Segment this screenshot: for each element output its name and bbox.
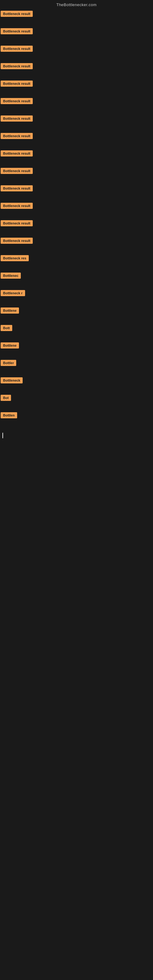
bottleneck-badge[interactable]: Bottleneck result — [1, 133, 33, 139]
bottleneck-row-5[interactable]: Bottleneck result — [0, 78, 153, 95]
bottleneck-row-7[interactable]: Bottleneck result — [0, 113, 153, 130]
bottleneck-row-13[interactable]: Bottleneck result — [0, 218, 153, 235]
bottleneck-row-2[interactable]: Bottleneck result — [0, 26, 153, 43]
bottleneck-row-23[interactable]: Bot — [0, 392, 153, 409]
bottleneck-badge[interactable]: Bottlene — [1, 307, 19, 313]
bottleneck-row-8[interactable]: Bottleneck result — [0, 130, 153, 147]
bottleneck-badge[interactable]: Bottleneck result — [1, 168, 33, 174]
bottleneck-badge[interactable]: Bottleneck r — [1, 290, 25, 296]
bottleneck-badge[interactable]: Bottlen — [1, 412, 17, 418]
bottleneck-row-19[interactable]: Bott — [0, 323, 153, 339]
bottleneck-badge[interactable]: Bottleneck result — [1, 11, 33, 17]
bottleneck-row-18[interactable]: Bottlene — [0, 305, 153, 322]
bottleneck-badge[interactable]: Bottleneck result — [1, 46, 33, 52]
text-cursor — [2, 433, 3, 438]
site-title: TheBottlenecker.com — [0, 0, 153, 8]
bottleneck-row-17[interactable]: Bottleneck r — [0, 288, 153, 304]
bottleneck-row-24[interactable]: Bottlen — [0, 410, 153, 426]
bottleneck-badge[interactable]: Bottleneck result — [1, 63, 33, 69]
bottleneck-badge[interactable]: Bottleneck result — [1, 28, 33, 34]
bottleneck-badge[interactable]: Bott — [1, 325, 12, 331]
bottleneck-badge[interactable]: Bottleneck result — [1, 203, 33, 209]
bottleneck-badge[interactable]: Bottleneck result — [1, 220, 33, 226]
bottleneck-row-1[interactable]: Bottleneck result — [0, 8, 153, 25]
bottleneck-badge[interactable]: Bottleneck result — [1, 238, 33, 244]
bottleneck-row-15[interactable]: Bottleneck res — [0, 253, 153, 269]
bottleneck-badge[interactable]: Bot — [1, 395, 11, 401]
bottleneck-row-22[interactable]: Bottleneck — [0, 375, 153, 392]
bottleneck-row-6[interactable]: Bottleneck result — [0, 95, 153, 112]
bottleneck-badge[interactable]: Bottlenec — [1, 272, 21, 279]
bottleneck-badge[interactable]: Bottleneck res — [1, 255, 29, 261]
bottleneck-badge[interactable]: Bottleneck result — [1, 81, 33, 87]
bottleneck-badge[interactable]: Bottleneck result — [1, 98, 33, 104]
bottleneck-row-14[interactable]: Bottleneck result — [0, 235, 153, 252]
bottleneck-badge[interactable]: Bottleneck result — [1, 150, 33, 156]
bottleneck-row-16[interactable]: Bottlenec — [0, 270, 153, 287]
bottleneck-badge[interactable]: Bottlene — [1, 342, 19, 348]
bottleneck-badge[interactable]: Bottler — [1, 360, 16, 366]
bottleneck-row-4[interactable]: Bottleneck result — [0, 60, 153, 78]
bottleneck-row-20[interactable]: Bottlene — [0, 340, 153, 357]
bottleneck-row-9[interactable]: Bottleneck result — [0, 148, 153, 165]
bottleneck-badge[interactable]: Bottleneck result — [1, 185, 33, 191]
bottleneck-row-12[interactable]: Bottleneck result — [0, 200, 153, 217]
bottleneck-row-10[interactable]: Bottleneck result — [0, 165, 153, 182]
bottleneck-row-3[interactable]: Bottleneck result — [0, 43, 153, 60]
bottleneck-row-21[interactable]: Bottler — [0, 357, 153, 374]
bottleneck-badge[interactable]: Bottleneck — [1, 377, 22, 383]
bottleneck-badge[interactable]: Bottleneck result — [1, 115, 33, 122]
bottleneck-rows-container: Bottleneck resultBottleneck resultBottle… — [0, 8, 153, 426]
bottleneck-row-11[interactable]: Bottleneck result — [0, 183, 153, 200]
